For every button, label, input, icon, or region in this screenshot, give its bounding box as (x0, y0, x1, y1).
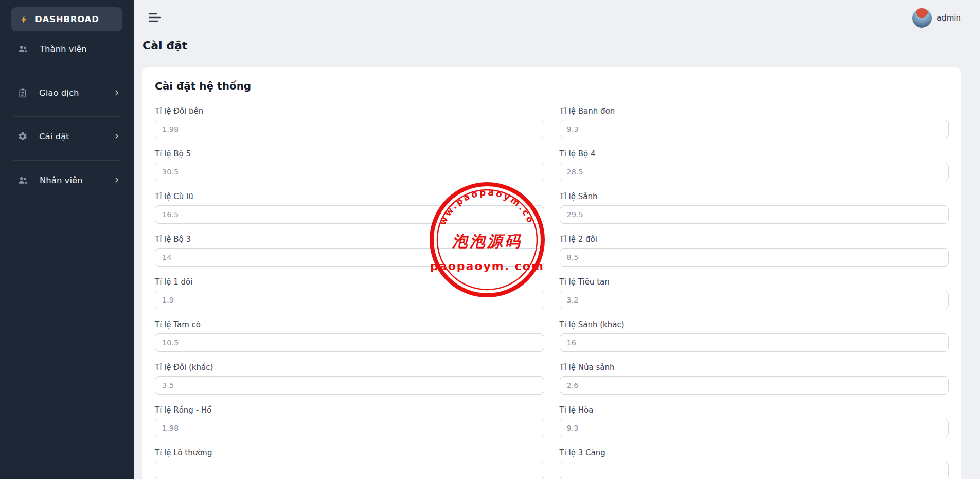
rate-input[interactable] (560, 291, 949, 309)
field-label: Tỉ lệ Đôi (khác) (155, 363, 544, 372)
section-title: Cài đặt hệ thống (155, 80, 949, 92)
page-title: Cài đặt (142, 39, 961, 52)
field-row: Tỉ lệ Hòa (560, 405, 949, 437)
chevron-right-icon (113, 89, 120, 96)
user-name: admin (937, 13, 961, 23)
rate-input[interactable] (560, 248, 949, 267)
sidebar: DASHBROAD Thành viên Giao dịch (0, 0, 134, 479)
field-row: Tỉ lệ Bộ 5 (155, 149, 544, 181)
sidebar-divider (13, 204, 120, 204)
sidebar-toggle-button[interactable] (146, 9, 164, 28)
user-menu[interactable]: admin (912, 8, 961, 28)
gear-icon (17, 131, 28, 141)
field-label: Tỉ lệ Banh đơn (560, 107, 949, 116)
field-label: Tỉ lệ Đôi bên (155, 107, 544, 116)
rate-input[interactable] (155, 248, 544, 267)
field-label: Tỉ lệ Rồng - Hổ (155, 405, 544, 415)
lightning-bolt-icon (20, 14, 28, 25)
field-label: Tỉ lệ 1 đôi (155, 277, 544, 287)
field-label: Tỉ lệ 3 Càng (560, 448, 949, 457)
chevron-right-icon (113, 176, 120, 184)
rate-input[interactable] (560, 120, 949, 138)
rate-input[interactable] (560, 462, 949, 479)
sidebar-item-settings[interactable]: Cài đặt (6, 124, 128, 149)
field-label: Tỉ lệ Nửa sảnh (560, 363, 949, 372)
field-label: Tỉ lệ Tam cô (155, 320, 544, 329)
rate-input[interactable] (560, 205, 949, 224)
field-row: Tỉ lệ Banh đơn (560, 107, 949, 138)
rate-input[interactable] (560, 333, 949, 352)
sidebar-divider (13, 73, 120, 73)
sidebar-item-label: Nhân viên (40, 175, 102, 185)
sidebar-item-label: Giao dịch (39, 88, 102, 98)
users-icon (17, 175, 28, 186)
field-label: Tỉ lệ Bộ 5 (155, 149, 544, 158)
rate-input[interactable] (155, 163, 544, 181)
rate-input[interactable] (560, 376, 949, 395)
field-row: Tỉ lệ 2 đôi (560, 235, 949, 267)
field-label: Tỉ lệ Cù lũ (155, 192, 544, 201)
field-row: Tỉ lệ Rồng - Hổ (155, 405, 544, 437)
field-label: Tỉ lệ Bộ 4 (560, 149, 949, 158)
field-row: Tỉ lệ Nửa sảnh (560, 363, 949, 395)
field-label: Tỉ lệ Sảnh (560, 192, 949, 201)
rate-input[interactable] (155, 462, 544, 479)
field-row: Tỉ lệ Tam cô (155, 320, 544, 352)
field-label: Tỉ lệ Lô thường (155, 448, 544, 457)
clipboard-icon (17, 87, 28, 98)
field-row: Tỉ lệ Sảnh (khác) (560, 320, 949, 352)
menu-icon (148, 12, 162, 23)
field-row: Tỉ lệ Sảnh (560, 192, 949, 224)
field-row: Tỉ lệ Lô thường (155, 448, 544, 479)
field-label: Tỉ lệ Tiêu tan (560, 277, 949, 287)
sidebar-divider (13, 160, 120, 161)
field-row: Tỉ lệ Tiêu tan (560, 277, 949, 309)
field-row: Tỉ lệ Bộ 4 (560, 149, 949, 181)
settings-card: Cài đặt hệ thống Tỉ lệ Đôi bên Tỉ lệ Ban… (142, 67, 961, 479)
rate-input[interactable] (155, 205, 544, 224)
avatar (912, 8, 932, 28)
field-row: Tỉ lệ 1 đôi (155, 277, 544, 309)
sidebar-item-transactions[interactable]: Giao dịch (6, 80, 128, 105)
field-row: Tỉ lệ Đôi (khác) (155, 363, 544, 395)
rate-input[interactable] (155, 291, 544, 309)
field-label: Tỉ lệ Bộ 3 (155, 235, 544, 244)
field-row: Tỉ lệ 3 Càng (560, 448, 949, 479)
rate-input[interactable] (155, 419, 544, 437)
rate-input[interactable] (155, 333, 544, 352)
field-label: Tỉ lệ 2 đôi (560, 235, 949, 244)
settings-fields-grid: Tỉ lệ Đôi bên Tỉ lệ Banh đơn Tỉ lệ Bộ 5 … (155, 107, 949, 479)
field-row: Tỉ lệ Cù lũ (155, 192, 544, 224)
rate-input[interactable] (560, 163, 949, 181)
sidebar-item-label: Thành viên (40, 44, 120, 54)
field-label: Tỉ lệ Sảnh (khác) (560, 320, 949, 329)
main-content: admin Cài đặt Cài đặt hệ thống Tỉ lệ Đôi… (134, 0, 980, 479)
sidebar-item-staff[interactable]: Nhân viên (6, 168, 128, 192)
sidebar-divider (13, 116, 120, 117)
users-icon (17, 44, 28, 55)
brand-dashboard[interactable]: DASHBROAD (11, 7, 122, 31)
brand-label: DASHBROAD (35, 14, 99, 24)
sidebar-item-label: Cài đặt (39, 132, 102, 141)
rate-input[interactable] (155, 376, 544, 395)
field-row: Tỉ lệ Bộ 3 (155, 235, 544, 267)
sidebar-item-members[interactable]: Thành viên (6, 37, 128, 61)
chevron-right-icon (113, 133, 120, 140)
rate-input[interactable] (560, 419, 949, 437)
field-label: Tỉ lệ Hòa (560, 405, 949, 415)
field-row: Tỉ lệ Đôi bên (155, 107, 544, 138)
rate-input[interactable] (155, 120, 544, 138)
app-window: DASHBROAD Thành viên Giao dịch (0, 0, 980, 479)
topbar: admin (142, 0, 961, 28)
